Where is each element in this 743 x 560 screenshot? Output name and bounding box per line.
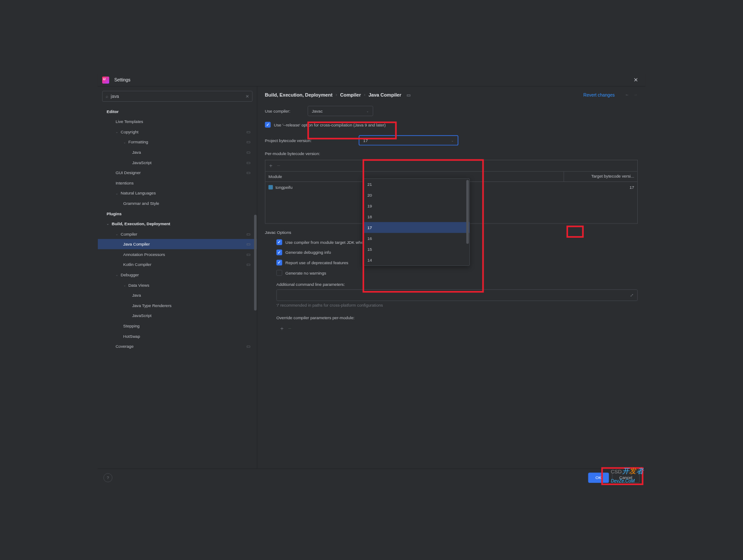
- per-module-label: Per-module bytecode version:: [265, 151, 638, 156]
- content-panel: Build, Execution, Deployment › Compiler …: [257, 87, 645, 469]
- breadcrumb-part[interactable]: Compiler: [340, 92, 361, 98]
- opt-deprecated-checkbox[interactable]: [276, 260, 282, 265]
- breadcrumb-part: Java Compiler: [368, 92, 401, 98]
- add-icon[interactable]: +: [269, 162, 272, 169]
- search-icon: ⌕: [106, 94, 108, 99]
- tree-debugger[interactable]: ⌄Debugger: [98, 270, 257, 280]
- project-bytecode-label: Project bytecode version:: [265, 138, 354, 143]
- additional-params-input[interactable]: ⤢: [276, 289, 637, 301]
- opt-debug-checkbox[interactable]: [276, 249, 282, 255]
- watermark: CSD 开发者 DevZe.CoM: [611, 466, 643, 484]
- tree-java-type[interactable]: Java Type Renderers: [98, 300, 257, 311]
- dropdown-option[interactable]: 16: [363, 233, 469, 244]
- override-toolbar: + −: [276, 323, 637, 334]
- tree-javascript[interactable]: JavaScript▭: [98, 157, 257, 168]
- tree-build[interactable]: ⌄Build, Execution, Deployment: [98, 219, 257, 229]
- tree-hotswap[interactable]: HotSwap: [98, 331, 257, 341]
- dialog-footer: ? OK Cancel: [98, 469, 646, 486]
- scope-icon: ▭: [407, 92, 411, 97]
- clear-icon[interactable]: ✕: [246, 94, 249, 99]
- chevron-down-icon: ⌄: [366, 109, 369, 113]
- tree-editor[interactable]: Editor: [98, 106, 257, 117]
- expand-icon[interactable]: ⤢: [630, 293, 633, 298]
- tree-compiler[interactable]: ⌄Compiler▭: [98, 229, 257, 239]
- window-title: Settings: [114, 78, 130, 83]
- tree-plugins[interactable]: Plugins: [98, 208, 257, 219]
- dropdown-option[interactable]: 14: [363, 255, 469, 265]
- select-value: 17: [363, 138, 368, 143]
- use-compiler-select[interactable]: Javac ⌄: [308, 106, 373, 116]
- breadcrumb-part[interactable]: Build, Execution, Deployment: [265, 92, 333, 98]
- opt-module-target-checkbox[interactable]: [276, 240, 282, 245]
- tree-java-compiler[interactable]: Java Compiler▭: [98, 239, 257, 249]
- opt-no-warnings-checkbox[interactable]: [276, 270, 282, 275]
- titlebar: Settings ✕: [98, 74, 646, 86]
- tree-annotation[interactable]: Annotation Processors▭: [98, 249, 257, 259]
- help-button[interactable]: ?: [103, 473, 113, 482]
- dropdown-option[interactable]: 19: [363, 201, 469, 211]
- tree-data-views[interactable]: ⌄Data Views: [98, 280, 257, 290]
- dropdown-option[interactable]: 21: [363, 179, 469, 190]
- popup-scrollbar[interactable]: [466, 180, 469, 243]
- tree-stepping[interactable]: Stepping: [98, 320, 257, 331]
- tree-javascript2[interactable]: JavaScript: [98, 311, 257, 321]
- tree-gui-designer[interactable]: GUI Designer▭: [98, 168, 257, 178]
- tree-coverage[interactable]: Coverage▭: [98, 341, 257, 352]
- override-label: Override compiler parameters per-module:: [276, 315, 637, 320]
- remove-icon[interactable]: −: [277, 162, 280, 169]
- additional-params-hint: '/' recommended in paths for cross-platf…: [276, 303, 637, 308]
- dropdown-option-selected[interactable]: 17: [363, 222, 469, 233]
- search-input[interactable]: ⌕ ✕: [102, 91, 252, 102]
- back-icon[interactable]: ←: [625, 93, 629, 97]
- settings-tree: Editor Live Templates ⌄Copyright▭ ⌄Forma…: [98, 106, 257, 468]
- chevron-right-icon: ›: [336, 93, 337, 97]
- revert-link[interactable]: Revert changes: [583, 92, 614, 97]
- dropdown-option[interactable]: 20: [363, 190, 469, 201]
- remove-icon[interactable]: −: [288, 325, 291, 331]
- tree-copyright[interactable]: ⌄Copyright▭: [98, 126, 257, 137]
- ok-button[interactable]: OK: [588, 473, 609, 483]
- dropdown-option[interactable]: 15: [363, 244, 469, 255]
- tree-kotlin[interactable]: Kotlin Compiler▭: [98, 259, 257, 270]
- chevron-right-icon: ›: [364, 93, 365, 97]
- tree-live-templates[interactable]: Live Templates: [98, 117, 257, 127]
- breadcrumb: Build, Execution, Deployment › Compiler …: [265, 92, 410, 98]
- col-target-header: Target bytecode versi...: [564, 172, 637, 181]
- opt-debug-label: Generate debugging info: [285, 250, 331, 255]
- cross-compile-label: Use '--release' option for cross-compila…: [274, 122, 385, 127]
- module-icon: [268, 185, 273, 189]
- tree-scrollbar[interactable]: [254, 106, 257, 468]
- module-name: tongpeifu: [275, 185, 292, 190]
- sidebar: ⌕ ✕ Editor Live Templates ⌄Copyright▭ ⌄F…: [98, 87, 258, 469]
- search-field[interactable]: [111, 94, 243, 99]
- tree-formatting[interactable]: ⌄Formatting▭: [98, 137, 257, 147]
- cross-compile-checkbox[interactable]: [265, 122, 271, 127]
- chevron-down-icon: ⌄: [451, 139, 454, 142]
- content-header: Build, Execution, Deployment › Compiler …: [257, 87, 645, 100]
- tree-java2[interactable]: Java: [98, 290, 257, 301]
- opt-deprecated-label: Report use of deprecated features: [285, 260, 348, 265]
- tree-java[interactable]: Java▭: [98, 147, 257, 158]
- forward-icon[interactable]: →: [633, 93, 638, 97]
- target-version-cell[interactable]: 17: [564, 185, 637, 190]
- table-toolbar: + −: [265, 160, 638, 172]
- add-icon[interactable]: +: [280, 325, 284, 331]
- project-bytecode-select[interactable]: 17 ⌄: [359, 135, 459, 146]
- tree-natural-languages[interactable]: ⌄Natural Languages: [98, 188, 257, 198]
- dropdown-option[interactable]: 18: [363, 211, 469, 222]
- tree-grammar-style[interactable]: Grammar and Style: [98, 198, 257, 208]
- tree-intentions[interactable]: Intentions: [98, 178, 257, 188]
- bytecode-dropdown-popup: 21 20 19 18 17 16 15 14: [362, 178, 470, 266]
- opt-no-warnings-label: Generate no warnings: [285, 270, 326, 275]
- use-compiler-label: Use compiler:: [265, 109, 303, 113]
- form-scroll: Use compiler: Javac ⌄ Use '--release' op…: [257, 100, 645, 469]
- additional-params-label: Additional command line parameters:: [276, 282, 637, 287]
- close-icon[interactable]: ✕: [631, 75, 641, 84]
- select-value: Javac: [312, 109, 323, 113]
- app-icon: [102, 76, 109, 83]
